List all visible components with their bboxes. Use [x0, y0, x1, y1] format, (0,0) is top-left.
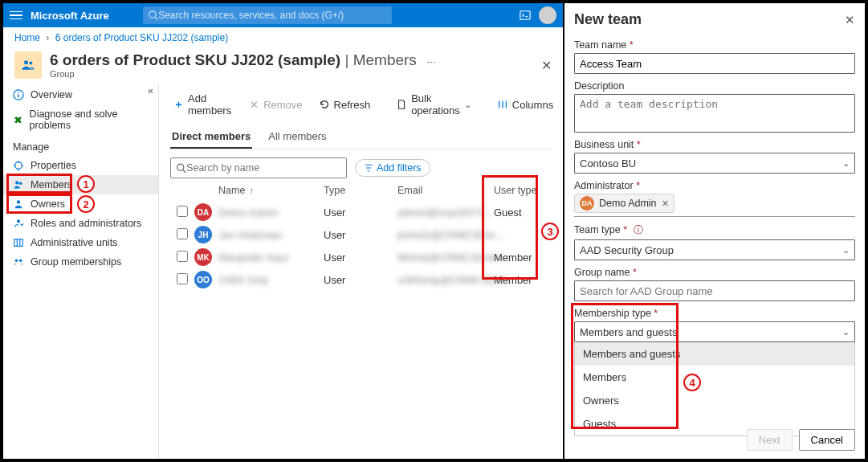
breadcrumb: Home › 6 orders of Product SKU JJ202 (sa…	[3, 27, 563, 48]
membership-type-select[interactable]: Members and guests⌄	[574, 321, 855, 342]
row-checkbox[interactable]	[177, 273, 188, 284]
info-icon[interactable]: ⓘ	[634, 224, 643, 235]
sidebar-item-label: Owners	[31, 198, 65, 210]
sidebar-diagnose[interactable]: ✖ Diagnose and solve problems	[3, 104, 158, 135]
hamburger-menu-icon[interactable]	[10, 11, 22, 20]
team-name-input[interactable]	[574, 53, 855, 74]
add-filters-button[interactable]: Add filters	[355, 159, 430, 177]
callout-2: 2	[77, 195, 95, 213]
svg-point-11	[17, 200, 20, 203]
col-email[interactable]: Email	[397, 185, 494, 196]
table-row[interactable]: JH Jon Holtzman User jimhofz@CRMC3Onl...	[170, 223, 552, 246]
group-name-input[interactable]	[574, 280, 855, 301]
filter-icon	[364, 163, 373, 173]
svg-point-10	[19, 182, 22, 186]
row-checkbox[interactable]	[177, 206, 188, 217]
sidebar-item-label: Properties	[31, 160, 76, 171]
title-more-icon[interactable]: ···	[421, 52, 438, 71]
sidebar-item-admin-units[interactable]: Administrative units	[3, 233, 158, 252]
sort-asc-icon: ↑	[250, 186, 254, 195]
chevron-down-icon: ⌄	[842, 327, 850, 337]
membership-option[interactable]: Members	[575, 366, 854, 389]
columns-icon	[497, 99, 508, 110]
svg-line-20	[183, 170, 185, 172]
svg-rect-13	[14, 239, 23, 247]
membership-option[interactable]: Members and guests	[575, 342, 854, 366]
col-name[interactable]: Name↑	[218, 185, 324, 196]
membership-option[interactable]: Owners	[575, 389, 854, 412]
callout-1: 1	[77, 175, 95, 193]
global-search[interactable]	[143, 6, 392, 24]
row-email: jimhofz@CRMC3Onl...	[397, 229, 503, 241]
svg-rect-2	[520, 11, 530, 20]
callout-3: 3	[541, 223, 559, 240]
bulk-operations-button[interactable]: Bulk operations⌄	[393, 90, 475, 119]
business-unit-select[interactable]: Contoso BU⌄	[574, 153, 855, 174]
row-avatar: MK	[194, 248, 212, 266]
row-avatar: JH	[194, 226, 212, 243]
row-name: Jon Holtzman	[218, 229, 282, 241]
table-row[interactable]: MK Manjinder Kaur User Mnlmb@CRMC3Onlin.…	[170, 246, 552, 268]
sidebar-item-group-memberships[interactable]: Group memberships	[3, 252, 158, 272]
breadcrumb-home[interactable]: Home	[14, 32, 40, 43]
cloud-shell-icon[interactable]	[520, 10, 531, 21]
table-row[interactable]: DA Demo Admin User admin@msp16372... Gue…	[170, 201, 552, 223]
refresh-icon	[319, 99, 330, 110]
owners-icon	[13, 198, 24, 210]
user-avatar[interactable]	[539, 6, 556, 24]
row-checkbox[interactable]	[177, 228, 188, 239]
row-email: o365only@CRMC3Onli...	[397, 274, 515, 286]
row-avatar: DA	[194, 203, 212, 221]
sidebar-item-label: Group memberships	[31, 256, 121, 268]
col-usertype[interactable]: User type	[494, 185, 552, 196]
tab-direct-members[interactable]: Direct members	[170, 125, 252, 149]
svg-point-0	[149, 11, 155, 18]
cancel-button[interactable]: Cancel	[799, 429, 855, 451]
remove-icon: ✕	[248, 99, 259, 110]
admin-avatar: DA	[580, 196, 594, 211]
remove-button: ✕Remove	[245, 96, 305, 113]
svg-point-8	[15, 162, 22, 170]
columns-button[interactable]: Columns	[494, 96, 556, 113]
svg-point-12	[17, 219, 20, 223]
tab-all-members[interactable]: All members	[267, 125, 328, 149]
sidebar-overview[interactable]: Overview	[3, 85, 158, 104]
svg-rect-6	[18, 94, 18, 97]
info-icon	[13, 89, 24, 100]
svg-point-14	[15, 260, 18, 263]
chevron-down-icon: ⌄	[464, 100, 471, 110]
svg-point-3	[24, 60, 28, 64]
remove-chip-icon[interactable]: ✕	[662, 198, 669, 209]
roles-icon	[13, 218, 24, 229]
sidebar-manage-head: Manage	[3, 135, 158, 156]
sidebar-item-label: Administrative units	[31, 237, 117, 248]
global-search-input[interactable]	[158, 10, 387, 21]
azure-brand: Microsoft Azure	[31, 10, 109, 22]
close-blade-button[interactable]: ✕	[541, 58, 552, 73]
row-type: User	[324, 206, 397, 219]
description-input[interactable]	[574, 94, 855, 133]
row-name: O365 Only	[218, 274, 268, 286]
refresh-button[interactable]: Refresh	[316, 96, 374, 113]
table-row[interactable]: OO O365 Only User o365only@CRMC3Onli... …	[170, 268, 552, 291]
next-button: Next	[747, 429, 793, 451]
panel-title: New team	[574, 11, 642, 28]
team-type-select[interactable]: AAD Security Group⌄	[574, 239, 855, 260]
row-email: admin@msp16372...	[397, 206, 494, 219]
sidebar-item-properties[interactable]: Properties	[3, 156, 158, 175]
admin-chip[interactable]: DA Demo Admin ✕	[574, 194, 674, 213]
col-type[interactable]: Type	[324, 185, 397, 196]
search-icon	[148, 10, 158, 21]
sidebar-item-roles[interactable]: Roles and administrators	[3, 214, 158, 233]
row-avatar: OO	[194, 271, 212, 288]
collapse-sidebar-icon[interactable]: «	[148, 85, 153, 96]
search-members-input[interactable]	[186, 162, 341, 174]
callout-4: 4	[683, 374, 701, 391]
search-members[interactable]	[170, 157, 347, 178]
row-checkbox[interactable]	[177, 251, 188, 262]
add-members-button[interactable]: ＋Add members	[170, 90, 235, 119]
breadcrumb-current[interactable]: 6 orders of Product SKU JJ202 (sample)	[55, 32, 228, 43]
panel-close-button[interactable]: ✕	[845, 13, 855, 27]
group-icon	[14, 51, 42, 79]
chevron-down-icon: ⌄	[842, 158, 850, 169]
